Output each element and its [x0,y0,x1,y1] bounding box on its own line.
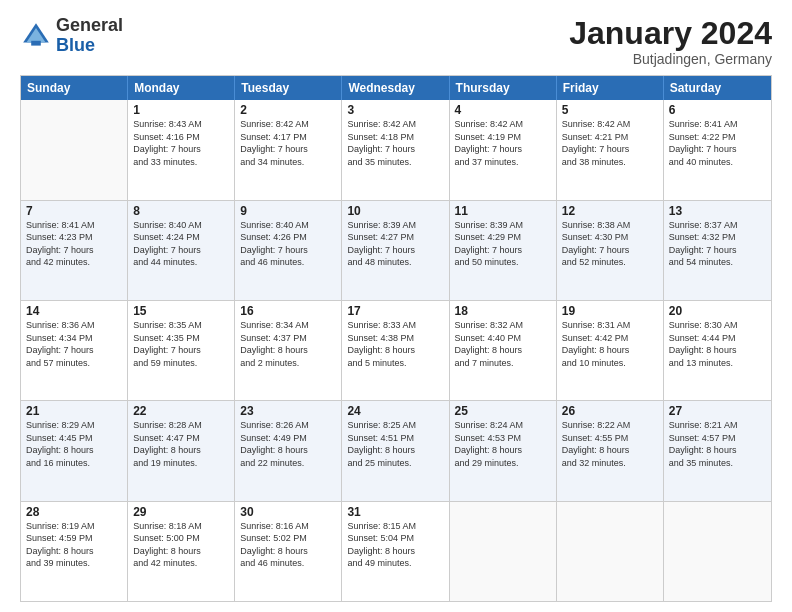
day-cell-10: 10Sunrise: 8:39 AMSunset: 4:27 PMDayligh… [342,201,449,300]
day-number: 1 [133,103,229,117]
day-info: Sunrise: 8:39 AMSunset: 4:29 PMDaylight:… [455,219,551,269]
day-info: Sunrise: 8:41 AMSunset: 4:22 PMDaylight:… [669,118,766,168]
day-number: 24 [347,404,443,418]
day-number: 27 [669,404,766,418]
day-info: Sunrise: 8:18 AMSunset: 5:00 PMDaylight:… [133,520,229,570]
day-cell-24: 24Sunrise: 8:25 AMSunset: 4:51 PMDayligh… [342,401,449,500]
day-number: 6 [669,103,766,117]
day-number: 26 [562,404,658,418]
logo-blue: Blue [56,35,95,55]
calendar-body: 1Sunrise: 8:43 AMSunset: 4:16 PMDaylight… [21,100,771,601]
day-info: Sunrise: 8:29 AMSunset: 4:45 PMDaylight:… [26,419,122,469]
day-info: Sunrise: 8:41 AMSunset: 4:23 PMDaylight:… [26,219,122,269]
day-number: 15 [133,304,229,318]
day-cell-6: 6Sunrise: 8:41 AMSunset: 4:22 PMDaylight… [664,100,771,199]
day-cell-empty [664,502,771,601]
day-label-saturday: Saturday [664,76,771,100]
day-info: Sunrise: 8:30 AMSunset: 4:44 PMDaylight:… [669,319,766,369]
day-number: 8 [133,204,229,218]
logo: General Blue [20,16,123,56]
day-label-friday: Friday [557,76,664,100]
day-cell-empty [450,502,557,601]
day-cell-empty [557,502,664,601]
svg-rect-3 [31,41,41,46]
day-number: 19 [562,304,658,318]
day-number: 20 [669,304,766,318]
day-info: Sunrise: 8:39 AMSunset: 4:27 PMDaylight:… [347,219,443,269]
day-info: Sunrise: 8:42 AMSunset: 4:17 PMDaylight:… [240,118,336,168]
day-number: 11 [455,204,551,218]
week-row-3: 14Sunrise: 8:36 AMSunset: 4:34 PMDayligh… [21,301,771,401]
day-info: Sunrise: 8:26 AMSunset: 4:49 PMDaylight:… [240,419,336,469]
week-row-2: 7Sunrise: 8:41 AMSunset: 4:23 PMDaylight… [21,201,771,301]
day-cell-26: 26Sunrise: 8:22 AMSunset: 4:55 PMDayligh… [557,401,664,500]
day-cell-19: 19Sunrise: 8:31 AMSunset: 4:42 PMDayligh… [557,301,664,400]
day-cell-2: 2Sunrise: 8:42 AMSunset: 4:17 PMDaylight… [235,100,342,199]
day-info: Sunrise: 8:25 AMSunset: 4:51 PMDaylight:… [347,419,443,469]
day-info: Sunrise: 8:36 AMSunset: 4:34 PMDaylight:… [26,319,122,369]
day-cell-23: 23Sunrise: 8:26 AMSunset: 4:49 PMDayligh… [235,401,342,500]
title-block: January 2024 Butjadingen, Germany [569,16,772,67]
day-number: 23 [240,404,336,418]
day-cell-28: 28Sunrise: 8:19 AMSunset: 4:59 PMDayligh… [21,502,128,601]
day-cell-empty [21,100,128,199]
day-number: 3 [347,103,443,117]
day-cell-7: 7Sunrise: 8:41 AMSunset: 4:23 PMDaylight… [21,201,128,300]
week-row-5: 28Sunrise: 8:19 AMSunset: 4:59 PMDayligh… [21,502,771,601]
day-info: Sunrise: 8:34 AMSunset: 4:37 PMDaylight:… [240,319,336,369]
day-cell-14: 14Sunrise: 8:36 AMSunset: 4:34 PMDayligh… [21,301,128,400]
day-info: Sunrise: 8:24 AMSunset: 4:53 PMDaylight:… [455,419,551,469]
day-info: Sunrise: 8:42 AMSunset: 4:19 PMDaylight:… [455,118,551,168]
day-cell-30: 30Sunrise: 8:16 AMSunset: 5:02 PMDayligh… [235,502,342,601]
logo-text: General Blue [56,16,123,56]
day-number: 16 [240,304,336,318]
day-cell-20: 20Sunrise: 8:30 AMSunset: 4:44 PMDayligh… [664,301,771,400]
day-number: 30 [240,505,336,519]
day-label-thursday: Thursday [450,76,557,100]
day-cell-31: 31Sunrise: 8:15 AMSunset: 5:04 PMDayligh… [342,502,449,601]
day-cell-27: 27Sunrise: 8:21 AMSunset: 4:57 PMDayligh… [664,401,771,500]
day-number: 5 [562,103,658,117]
day-info: Sunrise: 8:28 AMSunset: 4:47 PMDaylight:… [133,419,229,469]
day-number: 25 [455,404,551,418]
day-number: 9 [240,204,336,218]
day-number: 7 [26,204,122,218]
day-info: Sunrise: 8:35 AMSunset: 4:35 PMDaylight:… [133,319,229,369]
day-cell-8: 8Sunrise: 8:40 AMSunset: 4:24 PMDaylight… [128,201,235,300]
day-cell-18: 18Sunrise: 8:32 AMSunset: 4:40 PMDayligh… [450,301,557,400]
header: General Blue January 2024 Butjadingen, G… [20,16,772,67]
day-info: Sunrise: 8:15 AMSunset: 5:04 PMDaylight:… [347,520,443,570]
day-info: Sunrise: 8:42 AMSunset: 4:18 PMDaylight:… [347,118,443,168]
day-number: 13 [669,204,766,218]
day-number: 14 [26,304,122,318]
general-blue-logo-icon [20,20,52,52]
day-number: 29 [133,505,229,519]
day-label-wednesday: Wednesday [342,76,449,100]
day-cell-25: 25Sunrise: 8:24 AMSunset: 4:53 PMDayligh… [450,401,557,500]
day-cell-1: 1Sunrise: 8:43 AMSunset: 4:16 PMDaylight… [128,100,235,199]
day-cell-5: 5Sunrise: 8:42 AMSunset: 4:21 PMDaylight… [557,100,664,199]
day-info: Sunrise: 8:32 AMSunset: 4:40 PMDaylight:… [455,319,551,369]
logo-general: General [56,15,123,35]
day-number: 28 [26,505,122,519]
day-number: 4 [455,103,551,117]
day-info: Sunrise: 8:33 AMSunset: 4:38 PMDaylight:… [347,319,443,369]
day-info: Sunrise: 8:31 AMSunset: 4:42 PMDaylight:… [562,319,658,369]
day-cell-11: 11Sunrise: 8:39 AMSunset: 4:29 PMDayligh… [450,201,557,300]
day-cell-16: 16Sunrise: 8:34 AMSunset: 4:37 PMDayligh… [235,301,342,400]
day-info: Sunrise: 8:19 AMSunset: 4:59 PMDaylight:… [26,520,122,570]
location: Butjadingen, Germany [569,51,772,67]
day-label-sunday: Sunday [21,76,128,100]
day-cell-9: 9Sunrise: 8:40 AMSunset: 4:26 PMDaylight… [235,201,342,300]
day-info: Sunrise: 8:37 AMSunset: 4:32 PMDaylight:… [669,219,766,269]
day-info: Sunrise: 8:21 AMSunset: 4:57 PMDaylight:… [669,419,766,469]
week-row-1: 1Sunrise: 8:43 AMSunset: 4:16 PMDaylight… [21,100,771,200]
day-cell-15: 15Sunrise: 8:35 AMSunset: 4:35 PMDayligh… [128,301,235,400]
calendar: SundayMondayTuesdayWednesdayThursdayFrid… [20,75,772,602]
day-cell-3: 3Sunrise: 8:42 AMSunset: 4:18 PMDaylight… [342,100,449,199]
day-cell-4: 4Sunrise: 8:42 AMSunset: 4:19 PMDaylight… [450,100,557,199]
day-cell-21: 21Sunrise: 8:29 AMSunset: 4:45 PMDayligh… [21,401,128,500]
page: General Blue January 2024 Butjadingen, G… [0,0,792,612]
day-cell-22: 22Sunrise: 8:28 AMSunset: 4:47 PMDayligh… [128,401,235,500]
day-info: Sunrise: 8:22 AMSunset: 4:55 PMDaylight:… [562,419,658,469]
